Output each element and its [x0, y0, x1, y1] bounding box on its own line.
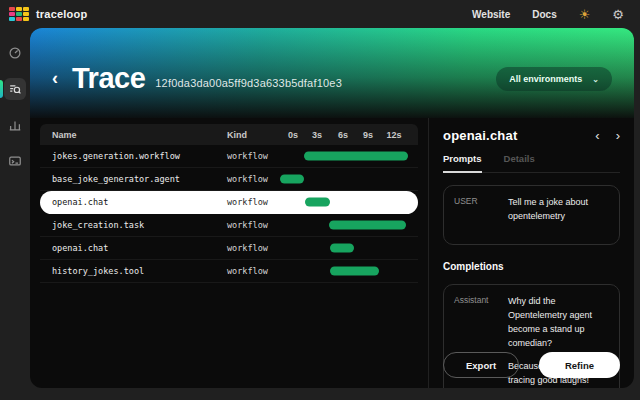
span-row[interactable]: jokes.generation.workflowworkflow: [40, 145, 418, 168]
span-timeline: [277, 191, 410, 213]
main-panel: ‹ Trace 12f0da3da00a5ff9d3a633b5dfaf10e3…: [30, 28, 634, 388]
span-name: openai.chat: [52, 243, 227, 253]
duration-bar: [304, 152, 408, 161]
brand: traceloop: [9, 7, 87, 22]
span-kind: workflow: [227, 174, 277, 184]
top-bar: traceloop Website Docs ☀ ⚙: [0, 0, 640, 28]
tab-prompts[interactable]: Prompts: [443, 153, 482, 173]
sidebar-item-metrics[interactable]: [4, 114, 26, 136]
settings-gear-icon[interactable]: ⚙: [612, 8, 624, 21]
prompt-text: Tell me a joke about opentelemetry: [508, 196, 609, 234]
axis-tick: 12s: [386, 130, 401, 140]
column-kind: Kind: [227, 130, 277, 140]
column-name: Name: [52, 130, 227, 140]
axis-tick: 3s: [312, 130, 322, 140]
span-name: jokes.generation.workflow: [52, 151, 227, 161]
logs-icon: [8, 154, 22, 168]
span-kind: workflow: [227, 243, 277, 253]
detail-tabs: Prompts Details: [443, 153, 620, 173]
span-timeline: [277, 237, 410, 259]
tab-details[interactable]: Details: [504, 153, 535, 172]
axis-tick: 0s: [288, 130, 298, 140]
docs-link[interactable]: Docs: [532, 9, 556, 20]
chevron-down-icon: ⌄: [592, 75, 599, 84]
span-timeline: [277, 214, 410, 236]
environment-dropdown-label: All environments: [509, 74, 582, 84]
span-name: history_jokes.tool: [52, 266, 227, 276]
duration-bar: [330, 244, 354, 253]
axis-tick: 9s: [363, 130, 373, 140]
gauge-icon: [8, 46, 22, 60]
span-kind: workflow: [227, 197, 277, 207]
export-button[interactable]: Export: [443, 352, 519, 378]
next-span-chevron-icon[interactable]: ›: [616, 129, 620, 142]
sidebar: [0, 28, 30, 400]
trace-id: 12f0da3da00a5ff9d3a633b5dfaf10e3: [155, 77, 342, 89]
span-name: openai.chat: [52, 197, 227, 207]
span-timeline: [277, 168, 410, 190]
back-chevron-icon[interactable]: ‹: [52, 69, 58, 87]
duration-bar: [305, 198, 330, 207]
duration-bar: [330, 267, 379, 276]
prompt-role-label: USER: [454, 196, 498, 234]
span-row[interactable]: joke_creation.taskworkflow: [40, 214, 418, 237]
span-name: joke_creation.task: [52, 220, 227, 230]
trace-header: ‹ Trace 12f0da3da00a5ff9d3a633b5dfaf10e3…: [30, 28, 634, 118]
span-kind: workflow: [227, 266, 277, 276]
span-title: openai.chat: [443, 128, 517, 143]
timeline-axis: 0s 3s 6s 9s 12s: [277, 124, 410, 145]
axis-tick: 6s: [338, 130, 348, 140]
website-link[interactable]: Website: [472, 9, 510, 20]
duration-bar: [329, 221, 406, 230]
span-detail-panel: openai.chat ‹ › Prompts Details USER Tel…: [428, 118, 634, 388]
span-row[interactable]: base_joke_generator.agentworkflow: [40, 168, 418, 191]
span-table: Name Kind 0s 3s 6s 9s 12s jokes.generati…: [30, 118, 428, 388]
trace-search-icon: [8, 82, 22, 96]
prev-span-chevron-icon[interactable]: ‹: [595, 129, 599, 142]
traceloop-logo-icon: [9, 7, 29, 22]
span-name: base_joke_generator.agent: [52, 174, 227, 184]
completions-label: Completions: [443, 261, 620, 272]
brand-name: traceloop: [36, 8, 87, 20]
sidebar-item-dashboard[interactable]: [4, 42, 26, 64]
environment-dropdown[interactable]: All environments ⌄: [496, 67, 612, 91]
span-row[interactable]: openai.chatworkflow: [40, 237, 418, 260]
prompt-message-box: USER Tell me a joke about opentelemetry: [443, 185, 620, 245]
sidebar-item-logs[interactable]: [4, 150, 26, 172]
span-timeline: [277, 145, 410, 167]
table-body: jokes.generation.workflowworkflowbase_jo…: [40, 145, 418, 283]
page-title: Trace: [72, 62, 145, 95]
bar-chart-icon: [8, 118, 22, 132]
span-kind: workflow: [227, 151, 277, 161]
table-header: Name Kind 0s 3s 6s 9s 12s: [40, 124, 418, 145]
duration-bar: [280, 175, 304, 184]
sidebar-item-traces[interactable]: [4, 78, 26, 100]
span-row[interactable]: openai.chatworkflow: [40, 191, 418, 214]
span-row[interactable]: history_jokes.toolworkflow: [40, 260, 418, 283]
span-kind: workflow: [227, 220, 277, 230]
span-timeline: [277, 260, 410, 282]
theme-toggle-sun-icon[interactable]: ☀: [579, 8, 591, 21]
refine-button[interactable]: Refine: [539, 352, 620, 378]
